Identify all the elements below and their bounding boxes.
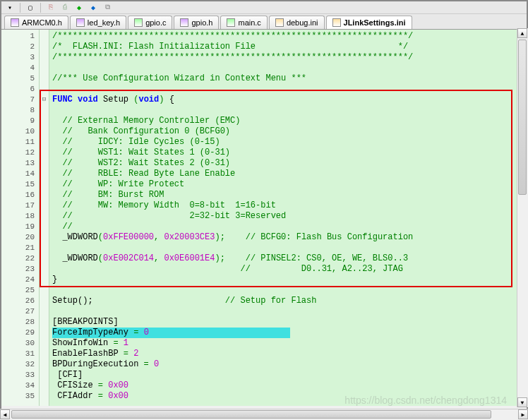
line-number: 33: [1, 370, 35, 380]
scroll-down-button[interactable]: ▼: [517, 397, 527, 407]
line-number: 3: [1, 52, 35, 63]
tab-label: debug.ini: [287, 18, 318, 27]
fold-marker: [40, 243, 49, 253]
fold-marker: [40, 148, 49, 158]
code-line[interactable]: Setup(); // Setup for Flash: [52, 296, 527, 306]
code-line[interactable]: }: [52, 275, 527, 285]
code-line[interactable]: // Bank Configuration 0 (BCFG0): [52, 126, 527, 137]
fold-marker: [40, 169, 49, 179]
line-number: 25: [1, 285, 35, 296]
fold-marker: [40, 275, 49, 285]
code-line[interactable]: /* FLASH.INI: Flash Initialization File …: [52, 42, 527, 52]
line-number: 4: [1, 63, 35, 73]
fold-marker: [40, 84, 49, 95]
code-line[interactable]: // 2=32-bit 3=Reserved: [52, 211, 527, 222]
line-number: 31: [1, 349, 35, 359]
tab-ARMCM0-h[interactable]: ARMCM0.h: [4, 16, 68, 29]
copy-icon[interactable]: ⎘: [45, 3, 56, 13]
horizontal-scrollbar[interactable]: ◀ ▶: [0, 409, 528, 420]
line-number-gutter: 1234567891011121314151617181920212223242…: [1, 30, 40, 406]
code-line[interactable]: // D0..31, A2..23, JTAG: [52, 264, 527, 275]
line-number: 2: [1, 42, 35, 52]
arrow-down-icon[interactable]: ▾: [4, 3, 16, 13]
code-line[interactable]: // RBLE: Read Byte Lane Enable: [52, 169, 527, 179]
code-line[interactable]: //: [52, 222, 527, 232]
code-line[interactable]: // BM: Burst ROM: [52, 190, 527, 200]
code-line[interactable]: FUNC void Setup (void) {: [52, 95, 527, 105]
code-line[interactable]: CFIAddr = 0x00: [52, 391, 527, 402]
code-line[interactable]: [52, 63, 527, 73]
code-line[interactable]: [52, 285, 527, 296]
tab-label: led_key.h: [88, 18, 120, 27]
fold-marker: [40, 31, 49, 42]
code-line[interactable]: // WST2: Wait States 2 (0-31): [52, 158, 527, 169]
code-line[interactable]: [52, 243, 527, 253]
tab-JLinkSettings-ini[interactable]: JLinkSettings.ini: [326, 16, 412, 29]
line-number: 18: [1, 211, 35, 222]
line-number: 5: [1, 73, 35, 84]
code-line[interactable]: _WDWORD(0xFFE00000, 0x20003CE3); // BCFG…: [52, 232, 527, 243]
diamond-green-icon[interactable]: ◆: [73, 3, 85, 13]
line-number: 21: [1, 243, 35, 253]
tab-debug-ini[interactable]: debug.ini: [269, 16, 325, 29]
fold-marker: [40, 370, 49, 380]
code-line[interactable]: // External Memory Controller (EMC): [52, 116, 527, 126]
scroll-thumb-v[interactable]: [518, 40, 527, 195]
fold-marker: [40, 306, 49, 317]
line-number: 1: [1, 31, 35, 42]
code-area[interactable]: /***************************************…: [49, 30, 527, 406]
tree-icon[interactable]: ⧉: [102, 3, 113, 13]
toolbar: ▾ ▢ ⎘ ⎙ ◆ ◆ ⧉: [1, 1, 527, 14]
line-number: 15: [1, 179, 35, 190]
toolbar-separator: [40, 3, 41, 13]
diamond-blue-icon[interactable]: ◆: [88, 3, 99, 13]
code-line[interactable]: //*** Use Configuration Wizard in Contex…: [52, 73, 527, 84]
scroll-thumb-h[interactable]: [11, 410, 491, 419]
scroll-right-button[interactable]: ▶: [518, 409, 528, 419]
line-number: 35: [1, 391, 35, 402]
code-line[interactable]: /***************************************…: [52, 52, 527, 63]
code-line[interactable]: // WST1: Wait States 1 (0-31): [52, 148, 527, 158]
code-line[interactable]: EnableFlashBP = 2: [52, 349, 527, 359]
scroll-left-button[interactable]: ◀: [0, 409, 10, 419]
line-number: 28: [1, 317, 35, 328]
fold-marker[interactable]: ⊟: [40, 95, 49, 105]
fold-marker: [40, 222, 49, 232]
fold-marker: [40, 253, 49, 264]
line-number: 34: [1, 380, 35, 391]
code-line[interactable]: /***************************************…: [52, 31, 527, 42]
fold-marker: [40, 73, 49, 84]
tab-main-c[interactable]: main.c: [220, 16, 267, 29]
code-line[interactable]: [BREAKPOINTS]: [52, 317, 527, 328]
code-line[interactable]: ForceImpTypeAny = 0: [52, 328, 527, 338]
fold-marker: [40, 52, 49, 63]
code-line[interactable]: CFISize = 0x00: [52, 380, 527, 391]
fold-column: ⊟: [40, 30, 49, 406]
vertical-scrollbar[interactable]: ▲ ▼: [517, 28, 528, 407]
paste-icon[interactable]: ⎙: [59, 3, 71, 13]
fold-marker: [40, 42, 49, 52]
line-number: 32: [1, 359, 35, 370]
code-line[interactable]: BPDuringExecution = 0: [52, 359, 527, 370]
code-line[interactable]: [CFI]: [52, 370, 527, 380]
fold-marker: [40, 232, 49, 243]
code-line[interactable]: [52, 105, 527, 116]
code-line[interactable]: [52, 306, 527, 317]
scroll-up-button[interactable]: ▲: [517, 28, 527, 38]
code-line[interactable]: [52, 84, 527, 95]
code-line[interactable]: ShowInfoWin = 1: [52, 338, 527, 349]
fold-marker: [40, 137, 49, 148]
code-line[interactable]: // IDCY: Idle Cycles (0-15): [52, 137, 527, 148]
code-line[interactable]: // MW: Memory Width 0=8-bit 1=16-bit: [52, 200, 527, 211]
box-icon[interactable]: ▢: [25, 3, 36, 13]
fold-marker: [40, 179, 49, 190]
file-icon: [227, 18, 235, 27]
code-line[interactable]: _WDWORD(0xE002C014, 0x0E6001E4); // PINS…: [52, 253, 527, 264]
tab-label: JLinkSettings.ini: [344, 18, 406, 27]
tab-led_key-h[interactable]: led_key.h: [70, 16, 126, 29]
line-number: 13: [1, 158, 35, 169]
file-icon: [11, 18, 19, 27]
tab-gpio-c[interactable]: gpio.c: [128, 16, 172, 29]
code-line[interactable]: // WP: Write Protect: [52, 179, 527, 190]
tab-gpio-h[interactable]: gpio.h: [174, 16, 219, 29]
